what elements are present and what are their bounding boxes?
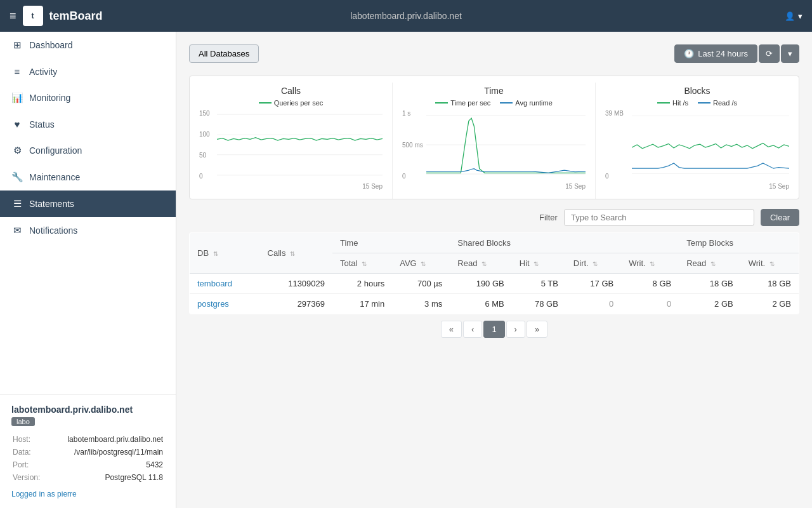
main-content: All Databases 🕐 Last 24 hours ⟳ ▾ Calls … xyxy=(176,32,812,508)
time-chart: Time Time per sec Avg runtime 1 s500 ms0 xyxy=(393,83,596,199)
sidebar-label-monitoring: Monitoring xyxy=(29,93,70,103)
server-title: labotemboard.priv.dalibo.net xyxy=(350,11,462,21)
th-db[interactable]: DB ⇅ xyxy=(190,233,260,274)
pagination: « ‹ 1 › » xyxy=(189,321,799,338)
monitoring-icon: 📊 xyxy=(11,92,23,104)
th-shared-read[interactable]: Read ⇅ xyxy=(450,253,511,274)
sidebar-footer: labotemboard.priv.dalibo.net labo Host: … xyxy=(0,394,176,508)
calls-legend: Queries per sec xyxy=(199,99,383,107)
cell-db[interactable]: temboard xyxy=(190,274,260,294)
calls-svg xyxy=(217,110,383,180)
cell-temp-read: 18 GB xyxy=(679,274,740,294)
blocks-svg xyxy=(632,110,789,180)
blocks-chart: Blocks Hit /s Read /s 39 MB0 xyxy=(596,83,799,199)
footer-info-table: Host: labotemboard.priv.dalibo.net Data:… xyxy=(11,432,164,485)
host-label: Host: xyxy=(13,434,49,445)
topbar: All Databases 🕐 Last 24 hours ⟳ ▾ xyxy=(189,44,799,63)
time-dropdown-button[interactable]: ▾ xyxy=(781,44,799,63)
cell-db[interactable]: postgres xyxy=(190,294,260,314)
sidebar-label-notifications: Notifications xyxy=(29,225,77,236)
sidebar-item-dashboard[interactable]: ⊞Dashboard xyxy=(0,32,176,58)
time-chart-area: 1 s500 ms0 15 Sep xyxy=(402,110,586,192)
brand-logo: t xyxy=(23,6,43,26)
activity-icon: ≡ xyxy=(11,66,23,77)
sidebar-item-notifications[interactable]: ✉Notifications xyxy=(0,217,176,244)
sidebar-item-configuration[interactable]: ⚙Configuration xyxy=(0,137,176,164)
cell-shared-read: 6 MB xyxy=(450,294,511,314)
version-value: PostgreSQL 11.8 xyxy=(50,472,163,483)
legend-hit-per-sec: Hit /s xyxy=(657,99,688,107)
legend-queries-per-sec: Queries per sec xyxy=(259,99,324,107)
all-databases-button[interactable]: All Databases xyxy=(189,44,259,63)
sidebar-label-configuration: Configuration xyxy=(29,145,82,156)
clock-icon: 🕐 xyxy=(684,49,694,58)
pagination-prev[interactable]: ‹ xyxy=(463,321,482,338)
pagination-current[interactable]: 1 xyxy=(483,321,504,338)
cell-shared-writ: 0 xyxy=(621,294,679,314)
brand-name: temBoard xyxy=(49,10,103,23)
filter-bar: Filter Clear xyxy=(189,209,799,226)
data-value: /var/lib/postgresql/11/main xyxy=(50,446,163,458)
cell-shared-hit: 78 GB xyxy=(512,294,566,314)
filter-label: Filter xyxy=(539,213,558,222)
user-menu[interactable]: 👤 ▾ xyxy=(785,11,802,21)
statements-icon: ☰ xyxy=(11,198,23,210)
charts-row: Calls Queries per sec 150100500 xyxy=(189,76,799,199)
layout: ⊞Dashboard≡Activity📊Monitoring♥Status⚙Co… xyxy=(0,32,812,508)
th-temp-blocks-group: Temp Blocks xyxy=(679,233,799,253)
calls-chart-area: 150100500 15 Sep xyxy=(199,110,383,192)
cell-shared-dirt: 17 GB xyxy=(566,274,621,294)
dashboard-icon: ⊞ xyxy=(11,39,23,51)
cell-total: 2 hours xyxy=(332,274,392,294)
sidebar-item-statements[interactable]: ☰Statements xyxy=(0,190,176,217)
th-shared-writ[interactable]: Writ. ⇅ xyxy=(621,253,679,274)
cell-shared-writ: 8 GB xyxy=(621,274,679,294)
host-value: labotemboard.priv.dalibo.net xyxy=(50,434,163,445)
legend-time-per-sec: Time per sec xyxy=(435,99,490,107)
time-chart-title: Time xyxy=(402,86,586,96)
cell-avg: 3 ms xyxy=(392,294,450,314)
sidebar-item-status[interactable]: ♥Status xyxy=(0,111,176,137)
th-total[interactable]: Total ⇅ xyxy=(332,253,392,274)
calls-chart: Calls Queries per sec 150100500 xyxy=(190,83,393,199)
sidebar-item-monitoring[interactable]: 📊Monitoring xyxy=(0,84,176,111)
clear-button[interactable]: Clear xyxy=(761,209,799,226)
sidebar-item-activity[interactable]: ≡Activity xyxy=(0,58,176,84)
pagination-first[interactable]: « xyxy=(441,321,462,338)
refresh-button[interactable]: ⟳ xyxy=(759,44,780,63)
brand-link[interactable]: t temBoard xyxy=(23,6,103,26)
th-shared-hit[interactable]: Hit ⇅ xyxy=(512,253,566,274)
cell-temp-read: 2 GB xyxy=(679,294,740,314)
statements-table: DB ⇅ Calls ⇅ Time Shared Blocks Temp Blo… xyxy=(189,232,799,314)
hamburger-icon[interactable]: ≡ xyxy=(10,10,16,23)
time-legend: Time per sec Avg runtime xyxy=(402,99,586,107)
cell-avg: 700 µs xyxy=(392,274,450,294)
cell-calls: 11309029 xyxy=(260,274,332,294)
time-yaxis: 1 s500 ms0 xyxy=(402,110,423,180)
th-avg[interactable]: AVG ⇅ xyxy=(392,253,450,274)
logged-in-text: Logged in as pierre xyxy=(11,490,164,498)
status-icon: ♥ xyxy=(11,119,23,130)
logged-in-user: pierre xyxy=(57,490,77,498)
calls-xlabel: 15 Sep xyxy=(199,183,383,190)
blocks-chart-area: 39 MB0 15 Sep xyxy=(605,110,789,192)
th-shared-dirt[interactable]: Dirt. ⇅ xyxy=(566,253,621,274)
pagination-last[interactable]: » xyxy=(527,321,547,338)
sidebar-label-maintenance: Maintenance xyxy=(29,172,80,182)
cell-total: 17 min xyxy=(332,294,392,314)
calls-chart-title: Calls xyxy=(199,86,383,96)
legend-avg-runtime: Avg runtime xyxy=(500,99,553,107)
blocks-chart-title: Blocks xyxy=(605,86,789,96)
th-temp-writ[interactable]: Writ. ⇅ xyxy=(741,253,799,274)
notifications-icon: ✉ xyxy=(11,225,23,236)
db-link: temboard xyxy=(197,279,232,288)
th-temp-read[interactable]: Read ⇅ xyxy=(679,253,740,274)
th-calls[interactable]: Calls ⇅ xyxy=(260,233,332,274)
sidebar-item-maintenance[interactable]: 🔧Maintenance xyxy=(0,164,176,190)
blocks-xlabel: 15 Sep xyxy=(605,183,789,190)
last-24-hours-button[interactable]: 🕐 Last 24 hours xyxy=(674,44,757,63)
pagination-next[interactable]: › xyxy=(506,321,525,338)
footer-env-badge: labo xyxy=(11,417,35,426)
time-xlabel: 15 Sep xyxy=(402,183,586,190)
search-input[interactable] xyxy=(564,209,754,226)
